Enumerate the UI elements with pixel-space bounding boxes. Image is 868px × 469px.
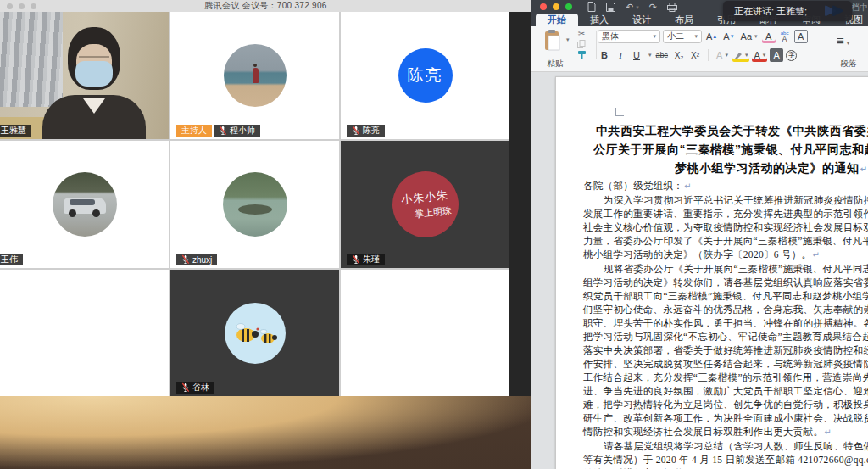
video-tile-wangwei[interactable]: 王伟 (0, 141, 169, 268)
video-tile-wangyahui[interactable]: 王雅慧 (0, 12, 169, 139)
tab-布局[interactable]: 布局 (663, 14, 705, 26)
character-border-button[interactable]: A (794, 30, 808, 43)
doc-line: 研生产、改革创新各项工作，为决胜全面建成小康社会、决战脱贫攻坚、夺取 (583, 411, 868, 425)
doc-line: 织党员干部职工向“三秦楷模”施秉银、付凡平同志和赵梦桃小组学习，学习 (583, 289, 868, 303)
highlight-button[interactable]: ▾ (732, 48, 750, 62)
chevron-down-icon: ▾ (694, 33, 698, 40)
participant-name: 王伟 (0, 254, 23, 265)
search-in-document-hint[interactable]: 档中搜 (851, 2, 868, 14)
paragraph-group: ≡▾ 段落 (830, 26, 867, 71)
caret-up-icon: ▲ (712, 34, 717, 39)
font-color-button[interactable]: A▾ (752, 48, 767, 62)
character-shading-button[interactable]: A (770, 48, 783, 62)
doc-title-line: 梦桃小组学习活动的决定》的通知↵ (675, 159, 868, 179)
print-icon[interactable] (667, 3, 677, 12)
text-boundary-mark (615, 108, 624, 116)
window-controls-inactive[interactable] (7, 3, 36, 9)
bees-illustration (232, 318, 278, 349)
participant-name: 程小帅 (230, 125, 255, 137)
save-icon[interactable] (606, 3, 615, 12)
doc-line: 社会主义核心价值观，为夺取疫情防控和实现经济社会发展目标双胜利凝聚强 (583, 221, 868, 234)
close-button[interactable] (540, 3, 547, 10)
meeting-window-edge (509, 12, 531, 396)
enclose-character-button[interactable]: 字 (786, 50, 797, 61)
shrink-font-button[interactable]: A▼ (721, 30, 736, 43)
paste-button[interactable] (543, 30, 562, 55)
speaking-toast[interactable]: 正在讲话: 王雅慧; (723, 1, 852, 21)
chevron-down-icon: ▾ (763, 52, 766, 59)
avatar (225, 303, 286, 364)
doc-line: 们坚守初心使命、永远奋斗的优秀品格，舍身忘我、矢志奉献的崇高境界，恪 (583, 303, 868, 316)
underline-button[interactable]: U (630, 48, 643, 62)
paragraph-mark-icon: ↵ (812, 250, 820, 260)
word-window: ↶▾ ↷ 开始插入设计布局引用邮件审阅视图 ▾ 粘贴 (531, 0, 868, 469)
muted-mic-icon (181, 254, 190, 265)
tab-设计[interactable]: 设计 (620, 14, 663, 26)
avatar: 陈亮 (398, 48, 453, 103)
avatar: 小朱小朱 掌上明珠 (389, 168, 462, 241)
bold-button[interactable]: B (598, 48, 611, 62)
screen: 王雅慧 主持人 程小帅 陈亮 (0, 0, 868, 469)
font-name-combo[interactable]: 黑体 ▾ (598, 30, 660, 43)
doc-line: 情防控和实现经济社会发展目标双胜利作出更大贡献。↵ (583, 425, 868, 439)
change-case-button[interactable]: Aa▾ (739, 30, 760, 43)
undo-icon[interactable]: ↶▾ (626, 3, 639, 12)
doc-line: 现将省委办公厅《关于开展向“三秦楷模”施秉银、付凡平同志和赵梦桃 (583, 262, 868, 276)
line-spacing-button[interactable]: ≡▾ (837, 33, 849, 47)
speaking-toast-text: 正在讲话: 王雅慧; (723, 5, 823, 18)
video-tile-zhuxj[interactable]: zhuxj (170, 141, 339, 268)
doc-line: 为深入学习贯彻习近平总书记关于统筹推进新冠肺炎疫情防控和经济社会 (583, 193, 868, 207)
italic-button[interactable]: I (614, 48, 627, 62)
paragraph-mark-icon: ↵ (684, 181, 692, 191)
zoom-button[interactable] (565, 3, 572, 10)
document-page[interactable]: 中共西安工程大学委员会关于转发《中共陕西省委办公厅关于开展向“三秦楷模”施秉银、… (555, 76, 868, 469)
doc-line: 工作结合起来，充分发挥“三秦楷模”的示范引领作用，营造崇尚先进、学习 (583, 371, 868, 384)
video-tile-chenliang[interactable]: 陈亮 陈亮 (341, 12, 509, 139)
chevron-down-icon[interactable]: ▾ (566, 36, 570, 43)
minimize-button[interactable] (553, 3, 559, 10)
format-painter-icon[interactable] (577, 50, 587, 59)
doc-line: 力量，省委办公厅印发了《关于开展向“三秦楷模”施秉银、付凡平同志和赵 (583, 234, 868, 248)
superscript-button[interactable]: X² (688, 48, 702, 62)
grow-font-button[interactable]: A▲ (704, 30, 719, 43)
chevron-down-icon: ▾ (754, 33, 758, 40)
new-document-icon[interactable] (587, 2, 596, 12)
tab-开始[interactable]: 开始 (536, 14, 578, 26)
doc-line: 发展工作的重要讲话、重要指示，充分发挥先进典型的示范引领作用，积极践 (583, 207, 868, 221)
video-tile-chengxiaoshuai[interactable]: 主持人 程小帅 (170, 12, 339, 139)
meeting-titlebar[interactable]: 腾讯会议 会议号：700 372 906 (0, 0, 531, 12)
doc-title-line: 公厅关于开展向“三秦楷模”施秉银、付凡平同志和赵 (593, 140, 868, 159)
redo-icon[interactable]: ↷ (649, 3, 657, 12)
paragraph-mark-icon: ↵ (824, 427, 832, 437)
subscript-button[interactable]: X₂ (672, 48, 686, 62)
doc-line: 桃小组学习活动的决定》（陕办字〔2020〕6 号）。↵ (583, 248, 868, 262)
video-tile-gulin[interactable]: 谷林 (170, 270, 339, 396)
clipboard-icon (543, 30, 562, 52)
participant-name: zhuxj (192, 255, 212, 265)
copy-icon[interactable] (577, 40, 586, 48)
muted-mic-icon (352, 126, 360, 136)
avatar (224, 44, 287, 107)
cut-icon[interactable]: ✂ (578, 29, 585, 38)
chevron-down-icon[interactable]: ▾ (648, 52, 652, 59)
strikethrough-button[interactable]: abc (654, 48, 670, 62)
tab-插入[interactable]: 插入 (578, 14, 620, 26)
ribbon: ▾ 粘贴 ✂ 黑体 ▾ 小二 ▾ (531, 26, 868, 72)
chevron-down-icon: ▾ (847, 40, 850, 46)
host-badge: 主持人 (176, 125, 212, 137)
doc-line: 落实中央决策部署，省委关于做好统筹推进新冠肺炎疫情防控和经济社会发展 (583, 343, 868, 357)
video-tile-zhujin[interactable]: 小朱小朱 掌上明珠 朱瑾 (341, 141, 509, 268)
doc-line: 作安排、坚决完成脱贫攻坚任务结合起来，与统筹新冠肺炎疫情防控和科研生 (583, 357, 868, 371)
phonetic-guide-button[interactable]: abcA (778, 30, 792, 43)
meeting-window: 王雅慧 主持人 程小帅 陈亮 (0, 0, 531, 396)
highlighter-icon (734, 52, 743, 59)
chevron-down-icon: ▾ (653, 33, 656, 40)
meeting-title: 腾讯会议 会议号：700 372 906 (204, 0, 326, 12)
text-effects-button[interactable]: A▾ (715, 48, 730, 62)
empty-tile (341, 270, 509, 396)
muted-mic-icon (219, 126, 227, 136)
clear-formatting-button[interactable]: A (762, 30, 776, 43)
paragraph-mark-icon: ↵ (860, 165, 868, 174)
doc-line: 职守、埋头苦干的朴实作风，勇于担当、冲锋在前的拼搏精神。各基层党组织 (583, 316, 868, 330)
font-size-combo[interactable]: 小二 ▾ (663, 30, 702, 43)
